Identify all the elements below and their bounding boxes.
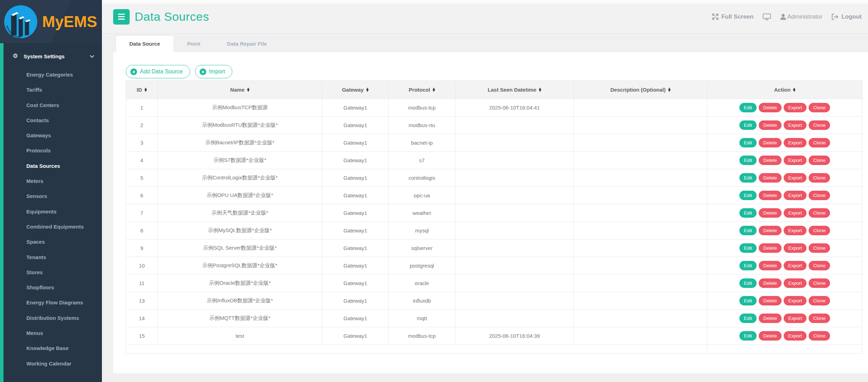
edit-button[interactable]: Edit xyxy=(739,103,757,112)
delete-button[interactable]: Delete xyxy=(759,331,782,341)
sidebar-item-contacts[interactable]: Contacts xyxy=(0,113,102,128)
sidebar-item-data-sources[interactable]: Data Sources xyxy=(0,158,102,173)
column-header-protocol[interactable]: Protocol▲▼ xyxy=(389,81,455,99)
table-row: 4示例S7数据源*企业版*Gateway1s7EditDeleteExportC… xyxy=(126,152,862,169)
collapse-menu-button[interactable] xyxy=(113,9,130,25)
sidebar-item-distribution-systems[interactable]: Distribution Systems xyxy=(0,310,102,325)
export-button[interactable]: Export xyxy=(784,226,807,235)
sidebar-item-stores[interactable]: Stores xyxy=(0,265,102,280)
sidebar-item-equipments[interactable]: Equipments xyxy=(0,204,102,219)
edit-button[interactable]: Edit xyxy=(739,156,757,165)
delete-button[interactable]: Delete xyxy=(759,173,782,183)
clone-button[interactable]: Clone xyxy=(809,103,830,112)
export-button[interactable]: Export xyxy=(784,103,807,112)
edit-button[interactable]: Edit xyxy=(739,173,757,183)
sidebar-item-working-calendar[interactable]: Working Calendar xyxy=(0,356,102,371)
sidebar-item-cost-centers[interactable]: Cost Centers xyxy=(0,98,102,113)
logout-button[interactable]: Logout xyxy=(831,13,862,20)
edit-button[interactable]: Edit xyxy=(739,226,757,235)
sidebar-item-tenants[interactable]: Tenants xyxy=(0,250,102,265)
column-header-action[interactable]: Action▲▼ xyxy=(707,81,862,99)
sidebar-item-shopfloors[interactable]: Shopfloors xyxy=(0,280,102,295)
edit-button[interactable]: Edit xyxy=(739,314,757,323)
export-button[interactable]: Export xyxy=(784,243,807,253)
tab-data-source[interactable]: Data Source xyxy=(116,35,174,52)
clone-button[interactable]: Clone xyxy=(809,243,830,253)
tab-point[interactable]: Point xyxy=(174,35,214,52)
table-row: 6示例OPU UA数据源*企业版*Gateway1opc-uaEditDelet… xyxy=(126,187,862,204)
column-header-id[interactable]: ID▲▼ xyxy=(126,81,158,99)
export-button[interactable]: Export xyxy=(784,191,807,200)
edit-button[interactable]: Edit xyxy=(739,243,757,253)
clone-button[interactable]: Clone xyxy=(809,173,830,183)
clone-button[interactable]: Clone xyxy=(809,191,830,200)
display-button[interactable] xyxy=(763,13,771,20)
sidebar-item-system-settings[interactable]: ⚙ System Settings xyxy=(0,49,102,63)
delete-button[interactable]: Delete xyxy=(759,208,782,218)
export-button[interactable]: Export xyxy=(784,261,807,270)
sidebar-item-knowledge-base[interactable]: Knowledge Base xyxy=(0,341,102,356)
export-button[interactable]: Export xyxy=(784,156,807,165)
add-data-source-button[interactable]: + Add Data Source xyxy=(126,65,190,78)
full-screen-button[interactable]: Full Screen xyxy=(712,13,754,20)
import-button[interactable]: + Import xyxy=(195,65,232,78)
clone-button[interactable]: Clone xyxy=(809,314,830,323)
export-button[interactable]: Export xyxy=(784,296,807,305)
delete-button[interactable]: Delete xyxy=(759,226,782,235)
edit-button[interactable]: Edit xyxy=(739,120,757,130)
clone-button[interactable]: Clone xyxy=(809,278,830,288)
column-header-last-seen-datetime[interactable]: Last Seen Datetime▲▼ xyxy=(455,81,574,99)
export-button[interactable]: Export xyxy=(784,208,807,218)
clone-button[interactable]: Clone xyxy=(809,226,830,235)
clone-button[interactable]: Clone xyxy=(809,120,830,130)
delete-button[interactable]: Delete xyxy=(759,191,782,200)
user-menu[interactable]: Administrator xyxy=(780,13,822,20)
edit-button[interactable]: Edit xyxy=(739,261,757,270)
column-header-name[interactable]: Name▲▼ xyxy=(158,81,322,99)
clone-button[interactable]: Clone xyxy=(809,156,830,165)
export-button[interactable]: Export xyxy=(784,173,807,183)
export-button[interactable]: Export xyxy=(784,278,807,288)
clone-button[interactable]: Clone xyxy=(809,296,830,305)
delete-button[interactable]: Delete xyxy=(759,120,782,130)
sidebar-item-energy-categories[interactable]: Energy Categories xyxy=(0,67,102,82)
edit-button[interactable]: Edit xyxy=(739,138,757,147)
clone-button[interactable]: Clone xyxy=(809,208,830,218)
delete-button[interactable]: Delete xyxy=(759,138,782,147)
delete-button[interactable]: Delete xyxy=(759,261,782,270)
delete-button[interactable]: Delete xyxy=(759,314,782,323)
export-button[interactable]: Export xyxy=(784,120,807,130)
table-cell xyxy=(455,257,574,275)
brand-logo[interactable]: MyEMS xyxy=(0,0,102,43)
tab-data-repair-file[interactable]: Data Repair File xyxy=(214,35,280,52)
delete-button[interactable]: Delete xyxy=(759,278,782,288)
sidebar-item-gateways[interactable]: Gateways xyxy=(0,128,102,143)
sidebar-item-menus[interactable]: Menus xyxy=(0,325,102,341)
export-button[interactable]: Export xyxy=(784,138,807,147)
edit-button[interactable]: Edit xyxy=(739,331,757,341)
delete-button[interactable]: Delete xyxy=(759,156,782,165)
sidebar-item-meters[interactable]: Meters xyxy=(0,173,102,189)
export-button[interactable]: Export xyxy=(784,314,807,323)
clone-button[interactable]: Clone xyxy=(809,261,830,270)
delete-button[interactable]: Delete xyxy=(759,243,782,253)
table-cell: 15 xyxy=(126,327,158,345)
column-header-description-optional-[interactable]: Description (Optional)▲▼ xyxy=(574,81,707,99)
edit-button[interactable]: Edit xyxy=(739,191,757,200)
delete-button[interactable]: Delete xyxy=(759,296,782,305)
sidebar-item-energy-flow-diagrams[interactable]: Energy Flow Diagrams xyxy=(0,295,102,310)
sidebar-item-tariffs[interactable]: Tariffs xyxy=(0,82,102,97)
column-header-gateway[interactable]: Gateway▲▼ xyxy=(322,81,389,99)
sidebar-item-sensors[interactable]: Sensors xyxy=(0,189,102,204)
export-button[interactable]: Export xyxy=(784,331,807,341)
edit-button[interactable]: Edit xyxy=(739,278,757,288)
sidebar-item-protocols[interactable]: Protocols xyxy=(0,143,102,158)
sidebar-item-combined-equipments[interactable]: Combined Equipments xyxy=(0,219,102,234)
table-cell xyxy=(574,222,707,239)
delete-button[interactable]: Delete xyxy=(759,103,782,112)
clone-button[interactable]: Clone xyxy=(809,138,830,147)
sidebar-item-spaces[interactable]: Spaces xyxy=(0,234,102,249)
clone-button[interactable]: Clone xyxy=(809,331,830,341)
edit-button[interactable]: Edit xyxy=(739,208,757,218)
edit-button[interactable]: Edit xyxy=(739,296,757,305)
